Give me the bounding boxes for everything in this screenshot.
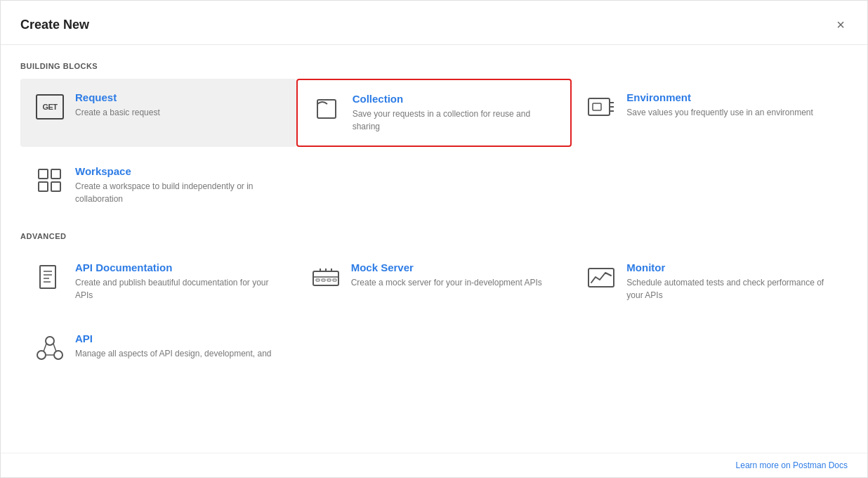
api-title: API — [75, 332, 282, 344]
get-badge: GET — [36, 94, 64, 119]
modal-body: Building Blocks GET Request Create a bas… — [1, 45, 867, 453]
workspace-desc: Create a workspace to build independentl… — [75, 180, 282, 205]
learn-more-link[interactable]: Learn more on Postman Docs — [736, 460, 848, 470]
svg-rect-15 — [313, 271, 338, 285]
environment-title: Environment — [626, 91, 834, 103]
request-card[interactable]: GET Request Create a basic request — [20, 79, 296, 147]
collection-content: Collection Save your requests in a colle… — [353, 93, 557, 133]
workspace-icon — [34, 165, 65, 196]
mock-server-icon — [310, 261, 341, 292]
environment-card[interactable]: Environment Save values you frequently u… — [572, 79, 848, 147]
svg-rect-18 — [322, 279, 325, 281]
advanced-grid-row1: API Documentation Create and publish bea… — [20, 249, 848, 314]
environment-desc: Save values you frequently use in an env… — [626, 106, 834, 119]
svg-rect-20 — [333, 279, 336, 281]
api-documentation-card[interactable]: API Documentation Create and publish bea… — [20, 249, 296, 314]
workspace-title: Workspace — [75, 165, 282, 177]
svg-rect-2 — [593, 103, 601, 110]
api-icon — [34, 332, 65, 363]
advanced-label: Advanced — [20, 232, 848, 240]
collection-title: Collection — [353, 93, 557, 105]
api-documentation-desc: Create and publish beautiful documentati… — [75, 276, 282, 302]
svg-rect-9 — [51, 182, 60, 191]
building-blocks-section: Building Blocks GET Request Create a bas… — [20, 62, 848, 218]
svg-rect-19 — [327, 279, 331, 281]
collection-icon — [312, 93, 343, 124]
create-new-modal: Create New × Building Blocks GET Request… — [0, 0, 868, 478]
svg-rect-10 — [40, 266, 55, 288]
svg-rect-7 — [51, 169, 60, 179]
advanced-grid-row2: API Manage all aspects of API design, de… — [20, 320, 848, 376]
request-content: Request Create a basic request — [75, 91, 282, 119]
monitor-content: Monitor Schedule automated tests and che… — [626, 261, 834, 302]
svg-point-26 — [37, 351, 46, 359]
svg-rect-8 — [39, 182, 48, 191]
api-card[interactable]: API Manage all aspects of API design, de… — [20, 320, 296, 376]
api-desc: Manage all aspects of API design, develo… — [75, 347, 282, 360]
collection-desc: Save your requests in a collection for r… — [353, 108, 557, 133]
building-blocks-grid-row1: GET Request Create a basic request — [20, 79, 848, 147]
environment-content: Environment Save values you frequently u… — [626, 91, 834, 119]
svg-line-28 — [44, 344, 46, 351]
close-button[interactable]: × — [834, 15, 848, 34]
modal-title: Create New — [20, 18, 89, 32]
mock-server-title: Mock Server — [351, 261, 558, 273]
monitor-icon — [586, 261, 617, 292]
mock-server-content: Mock Server Create a mock server for you… — [351, 261, 558, 289]
svg-rect-17 — [316, 279, 320, 281]
svg-line-29 — [53, 344, 56, 351]
environment-icon — [586, 91, 617, 122]
request-desc: Create a basic request — [75, 106, 282, 119]
monitor-title: Monitor — [626, 261, 834, 273]
api-content: API Manage all aspects of API design, de… — [75, 332, 282, 360]
modal-footer: Learn more on Postman Docs — [1, 453, 867, 477]
monitor-desc: Schedule automated tests and check perfo… — [626, 276, 834, 302]
building-blocks-label: Building Blocks — [20, 62, 848, 70]
collection-card[interactable]: Collection Save your requests in a colle… — [296, 79, 572, 147]
api-documentation-icon — [34, 261, 65, 292]
workspace-content: Workspace Create a workspace to build in… — [75, 165, 282, 205]
request-title: Request — [75, 91, 282, 103]
modal-header: Create New × — [1, 1, 867, 45]
svg-rect-1 — [588, 98, 610, 115]
monitor-card[interactable]: Monitor Schedule automated tests and che… — [572, 249, 848, 314]
mock-server-card[interactable]: Mock Server Create a mock server for you… — [296, 249, 572, 314]
request-icon: GET — [34, 91, 65, 122]
mock-server-desc: Create a mock server for your in-develop… — [351, 276, 558, 289]
api-documentation-content: API Documentation Create and publish bea… — [75, 261, 282, 302]
svg-rect-6 — [39, 169, 48, 179]
advanced-section: Advanced API Documen — [20, 232, 848, 376]
api-documentation-title: API Documentation — [75, 261, 282, 273]
workspace-card[interactable]: Workspace Create a workspace to build in… — [20, 153, 296, 218]
svg-point-25 — [46, 337, 54, 345]
building-blocks-grid-row2: Workspace Create a workspace to build in… — [20, 153, 848, 218]
svg-point-27 — [54, 351, 63, 359]
